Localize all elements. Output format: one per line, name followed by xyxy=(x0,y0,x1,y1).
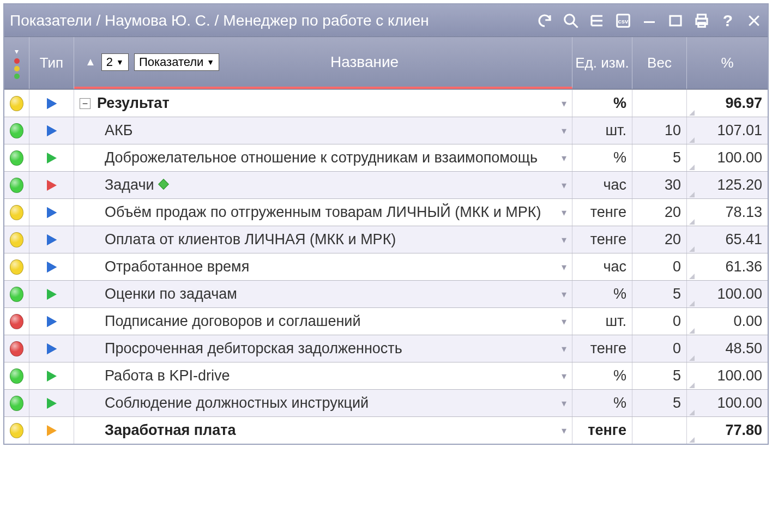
row-name: Оценки по задачам xyxy=(105,286,237,303)
refresh-icon[interactable] xyxy=(536,13,553,29)
titlebar-actions: csv ? xyxy=(536,13,762,29)
table-row[interactable]: Заработная плата▾тенге77.80 xyxy=(4,416,768,444)
table-row[interactable]: Подписание договоров и соглашений▾шт.00.… xyxy=(4,307,768,335)
percent-value: 0.00 xyxy=(733,313,762,330)
percent-cell: 65.41 xyxy=(687,226,768,253)
row-menu-icon[interactable]: ▾ xyxy=(562,98,566,110)
row-menu-icon[interactable]: ▾ xyxy=(562,152,566,164)
status-dot-icon xyxy=(10,287,23,302)
play-triangle-icon xyxy=(47,289,57,300)
print-icon[interactable] xyxy=(693,13,710,29)
sort-asc-icon[interactable]: ▲ xyxy=(85,56,96,68)
help-icon[interactable]: ? xyxy=(720,13,736,29)
status-dot-icon xyxy=(10,150,23,166)
col-type[interactable]: Тип xyxy=(29,37,74,89)
col-name[interactable]: ▲ 2 ▼ Показатели ▼ Название xyxy=(74,37,572,89)
percent-cell: 96.97 xyxy=(687,90,768,117)
name-cell[interactable]: Доброжелательное отношение к сотрудникам… xyxy=(74,144,572,171)
percent-value: 61.36 xyxy=(725,258,762,275)
type-cell xyxy=(29,226,74,253)
corner-mark-icon xyxy=(689,383,695,388)
unit-cell: % xyxy=(572,281,632,307)
percent-cell: 0.00 xyxy=(687,308,768,335)
col-weight[interactable]: Вес xyxy=(632,37,687,89)
type-cell xyxy=(29,281,74,307)
collapse-icon[interactable]: − xyxy=(80,98,91,109)
name-cell[interactable]: Задачи▾ xyxy=(74,172,572,198)
type-cell xyxy=(29,308,74,335)
unit-cell: шт. xyxy=(572,308,632,335)
row-name: Работа в KPI-drive xyxy=(105,367,230,384)
name-cell[interactable]: Соблюдение должностных инструкций▾ xyxy=(74,390,572,416)
status-cell xyxy=(4,362,29,389)
col-status[interactable]: ▾ xyxy=(4,37,29,89)
name-cell[interactable]: Оценки по задачам▾ xyxy=(74,281,572,307)
col-percent[interactable]: % xyxy=(687,37,768,89)
percent-cell: 107.01 xyxy=(687,117,768,144)
minimize-icon[interactable] xyxy=(641,13,658,29)
row-menu-icon[interactable]: ▾ xyxy=(562,397,566,409)
table-row[interactable]: Объём продаж по отгруженным товарам ЛИЧН… xyxy=(4,198,768,226)
type-cell xyxy=(29,417,74,444)
corner-mark-icon xyxy=(689,165,695,170)
level-dropdown[interactable]: 2 ▼ xyxy=(101,53,129,71)
table-row[interactable]: Доброжелательное отношение к сотрудникам… xyxy=(4,144,768,171)
percent-value: 100.00 xyxy=(717,286,762,303)
row-menu-icon[interactable]: ▾ xyxy=(562,261,566,273)
name-cell[interactable]: Объём продаж по отгруженным товарам ЛИЧН… xyxy=(74,199,572,226)
csv-icon[interactable]: csv xyxy=(615,13,631,29)
search-icon[interactable] xyxy=(563,13,579,29)
svg-text:csv: csv xyxy=(618,18,629,25)
name-cell[interactable]: Оплата от клиентов ЛИЧНАЯ (МКК и МРК)▾ xyxy=(74,226,572,253)
table-row[interactable]: АКБ▾шт.10107.01 xyxy=(4,117,768,144)
titlebar: Показатели / Наумова Ю. С. / Менеджер по… xyxy=(4,4,768,37)
name-cell[interactable]: Заработная плата▾ xyxy=(74,417,572,444)
name-cell[interactable]: Отработанное время▾ xyxy=(74,253,572,280)
tree-icon[interactable] xyxy=(589,13,605,29)
status-dot-icon xyxy=(10,123,23,138)
row-menu-icon[interactable]: ▾ xyxy=(562,316,566,328)
table-row[interactable]: Оценки по задачам▾%5100.00 xyxy=(4,280,768,307)
name-cell[interactable]: Просроченная дебиторская задолженность▾ xyxy=(74,335,572,362)
table-row[interactable]: Оплата от клиентов ЛИЧНАЯ (МКК и МРК)▾те… xyxy=(4,226,768,253)
percent-cell: 100.00 xyxy=(687,390,768,416)
row-menu-icon[interactable]: ▾ xyxy=(562,370,566,382)
filter-dropdown[interactable]: Показатели ▼ xyxy=(134,53,219,71)
col-unit[interactable]: Ед. изм. xyxy=(572,37,632,89)
weight-cell: 20 xyxy=(632,226,687,253)
percent-value: 107.01 xyxy=(717,122,762,139)
table-row[interactable]: Отработанное время▾час061.36 xyxy=(4,253,768,280)
table-row[interactable]: Работа в KPI-drive▾%5100.00 xyxy=(4,362,768,389)
status-cell xyxy=(4,281,29,307)
name-cell[interactable]: Работа в KPI-drive▾ xyxy=(74,362,572,389)
unit-cell: тенге xyxy=(572,226,632,253)
table-row[interactable]: Задачи▾час30125.20 xyxy=(4,171,768,198)
row-menu-icon[interactable]: ▾ xyxy=(562,288,566,300)
name-cell[interactable]: АКБ▾ xyxy=(74,117,572,144)
corner-mark-icon xyxy=(689,137,695,143)
type-cell xyxy=(29,117,74,144)
row-menu-icon[interactable]: ▾ xyxy=(562,234,566,246)
status-dot-icon xyxy=(10,178,23,193)
corner-mark-icon xyxy=(689,301,695,306)
maximize-icon[interactable] xyxy=(667,13,684,29)
name-cell[interactable]: Подписание договоров и соглашений▾ xyxy=(74,308,572,335)
name-cell[interactable]: −Результат▾ xyxy=(74,90,572,117)
row-menu-icon[interactable]: ▾ xyxy=(562,343,566,355)
type-cell xyxy=(29,144,74,171)
percent-cell: 100.00 xyxy=(687,281,768,307)
row-menu-icon[interactable]: ▾ xyxy=(562,425,566,437)
table-row[interactable]: Соблюдение должностных инструкций▾%5100.… xyxy=(4,389,768,416)
row-menu-icon[interactable]: ▾ xyxy=(562,179,566,191)
close-icon[interactable] xyxy=(746,13,762,29)
col-type-label: Тип xyxy=(40,55,63,71)
row-menu-icon[interactable]: ▾ xyxy=(562,207,566,219)
table-row[interactable]: −Результат▾%96.97 xyxy=(4,89,768,117)
row-name: Подписание договоров и соглашений xyxy=(105,313,360,330)
unit-cell: % xyxy=(572,362,632,389)
status-dot-icon xyxy=(10,232,23,247)
row-menu-icon[interactable]: ▾ xyxy=(562,125,566,137)
type-cell xyxy=(29,362,74,389)
play-triangle-icon xyxy=(47,262,57,273)
table-row[interactable]: Просроченная дебиторская задолженность▾т… xyxy=(4,335,768,362)
